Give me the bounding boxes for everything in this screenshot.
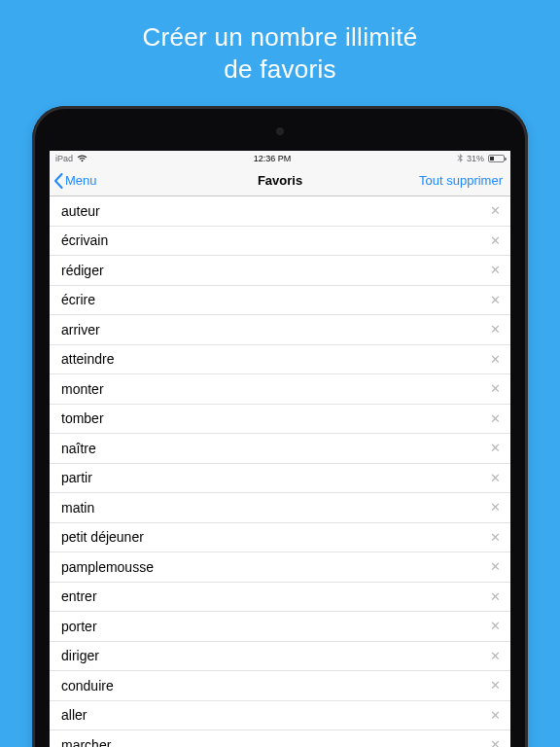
battery-fill xyxy=(490,157,494,160)
list-item[interactable]: marcher✕ xyxy=(50,730,510,747)
list-item[interactable]: atteindre✕ xyxy=(50,345,510,375)
promo-headline: Créer un nombre illimité de favoris xyxy=(142,21,417,85)
list-item-label: rédiger xyxy=(61,263,104,278)
list-item-label: conduire xyxy=(61,678,114,694)
delete-item-button[interactable]: ✕ xyxy=(490,442,501,454)
list-item[interactable]: conduire✕ xyxy=(50,671,510,701)
close-icon: ✕ xyxy=(490,233,501,248)
list-item[interactable]: porter✕ xyxy=(50,612,510,642)
close-icon: ✕ xyxy=(490,649,501,663)
battery-icon xyxy=(488,155,505,162)
list-item-label: petit déjeuner xyxy=(61,529,144,545)
delete-item-button[interactable]: ✕ xyxy=(490,679,501,692)
list-item-label: écrire xyxy=(61,292,95,307)
close-icon: ✕ xyxy=(490,589,501,604)
delete-item-button[interactable]: ✕ xyxy=(490,412,501,425)
delete-item-button[interactable]: ✕ xyxy=(490,294,501,306)
list-item[interactable]: écrivain✕ xyxy=(50,227,510,257)
list-item-label: porter xyxy=(61,619,97,634)
close-icon: ✕ xyxy=(490,263,501,277)
delete-item-button[interactable]: ✕ xyxy=(490,531,501,544)
headline-line-1: Créer un nombre illimité xyxy=(142,21,417,53)
close-icon: ✕ xyxy=(490,678,501,693)
list-item[interactable]: auteur✕ xyxy=(50,196,510,227)
list-item-label: monter xyxy=(61,381,104,397)
list-item-label: tomber xyxy=(61,410,104,426)
list-item-label: entrer xyxy=(61,588,97,604)
list-item[interactable]: tomber✕ xyxy=(50,405,510,435)
list-item[interactable]: matin✕ xyxy=(50,493,510,523)
delete-item-button[interactable]: ✕ xyxy=(490,650,501,662)
close-icon: ✕ xyxy=(490,500,501,515)
list-item-label: aller xyxy=(61,707,87,723)
list-item-label: atteindre xyxy=(61,351,114,367)
close-icon: ✕ xyxy=(490,559,501,574)
delete-all-button[interactable]: Tout supprimer xyxy=(419,173,503,188)
status-time: 12:36 PM xyxy=(254,154,292,163)
delete-item-button[interactable]: ✕ xyxy=(490,738,501,747)
close-icon: ✕ xyxy=(490,411,501,426)
delete-item-button[interactable]: ✕ xyxy=(490,323,501,336)
close-icon: ✕ xyxy=(490,381,501,396)
list-item[interactable]: rédiger✕ xyxy=(50,256,510,286)
list-item-label: pamplemousse xyxy=(61,559,154,575)
delete-item-button[interactable]: ✕ xyxy=(490,353,501,366)
list-item[interactable]: monter✕ xyxy=(50,374,510,405)
close-icon: ✕ xyxy=(490,293,501,307)
list-item[interactable]: pamplemousse✕ xyxy=(50,552,510,583)
list-item[interactable]: entrer✕ xyxy=(50,583,510,613)
nav-bar: Menu Favoris Tout supprimer xyxy=(50,165,510,196)
ipad-device-frame: iPad 12:36 PM 31% xyxy=(32,106,528,747)
delete-item-button[interactable]: ✕ xyxy=(490,472,501,484)
list-item-label: marcher xyxy=(61,737,111,747)
list-item-label: arriver xyxy=(61,322,100,338)
back-button[interactable]: Menu xyxy=(53,173,97,189)
delete-item-button[interactable]: ✕ xyxy=(490,560,501,573)
list-item[interactable]: aller✕ xyxy=(50,701,510,731)
list-item-label: diriger xyxy=(61,648,99,663)
close-icon: ✕ xyxy=(490,737,501,747)
delete-item-button[interactable]: ✕ xyxy=(490,204,501,217)
list-item[interactable]: petit déjeuner✕ xyxy=(50,523,510,553)
list-item-label: écrivain xyxy=(61,232,108,248)
close-icon: ✕ xyxy=(490,619,501,633)
list-item-label: partir xyxy=(61,470,92,485)
delete-item-button[interactable]: ✕ xyxy=(490,590,501,603)
favorites-list[interactable]: auteur✕écrivain✕rédiger✕écrire✕arriver✕a… xyxy=(50,196,510,747)
list-item[interactable]: écrire✕ xyxy=(50,286,510,316)
delete-item-button[interactable]: ✕ xyxy=(490,382,501,395)
chevron-left-icon xyxy=(53,173,63,189)
headline-line-2: de favoris xyxy=(142,53,417,86)
wifi-icon xyxy=(77,155,88,162)
back-label: Menu xyxy=(65,173,97,188)
device-name-label: iPad xyxy=(55,154,73,163)
list-item-label: matin xyxy=(61,500,94,516)
delete-item-button[interactable]: ✕ xyxy=(490,264,501,276)
close-icon: ✕ xyxy=(490,352,501,367)
close-icon: ✕ xyxy=(490,322,501,337)
promo-container: Créer un nombre illimité de favoris iPad… xyxy=(0,0,560,747)
delete-item-button[interactable]: ✕ xyxy=(490,234,501,247)
list-item[interactable]: diriger✕ xyxy=(50,642,510,672)
close-icon: ✕ xyxy=(490,530,501,545)
close-icon: ✕ xyxy=(490,203,501,218)
status-bar: iPad 12:36 PM 31% xyxy=(50,151,510,165)
close-icon: ✕ xyxy=(490,708,501,723)
list-item[interactable]: partir✕ xyxy=(50,464,510,494)
list-item-label: naître xyxy=(61,441,96,456)
delete-item-button[interactable]: ✕ xyxy=(490,709,501,722)
list-item-label: auteur xyxy=(61,203,100,219)
delete-item-button[interactable]: ✕ xyxy=(490,501,501,514)
close-icon: ✕ xyxy=(490,471,501,485)
battery-percent-label: 31% xyxy=(467,154,484,163)
delete-item-button[interactable]: ✕ xyxy=(490,620,501,632)
close-icon: ✕ xyxy=(490,441,501,455)
list-item[interactable]: naître✕ xyxy=(50,434,510,464)
list-item[interactable]: arriver✕ xyxy=(50,315,510,345)
status-right: 31% xyxy=(457,154,505,163)
bluetooth-icon xyxy=(457,154,463,162)
status-left: iPad xyxy=(55,154,88,163)
ipad-screen: iPad 12:36 PM 31% xyxy=(50,151,510,747)
